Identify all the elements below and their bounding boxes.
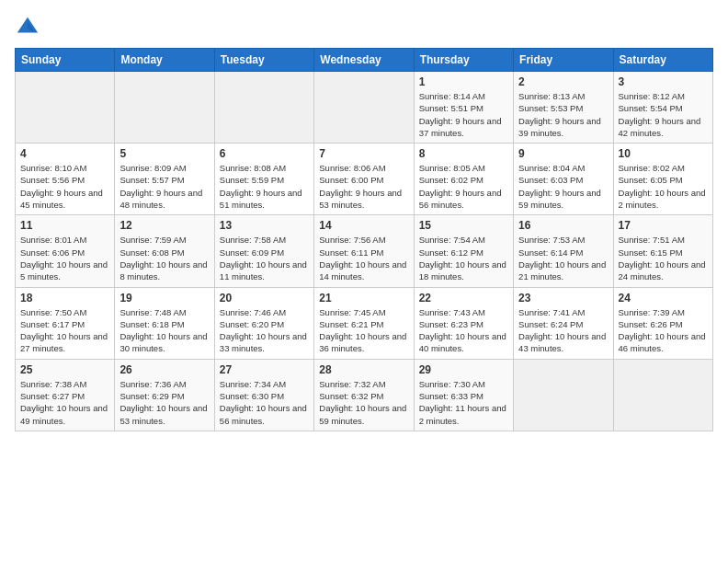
day-number: 3 xyxy=(619,75,708,88)
calendar-cell: 4Sunrise: 8:10 AMSunset: 5:56 PMDaylight… xyxy=(16,144,115,215)
day-number: 17 xyxy=(619,219,708,232)
calendar-cell xyxy=(514,359,613,431)
day-number: 27 xyxy=(220,363,309,376)
day-info: Sunrise: 7:39 AMSunset: 6:26 PMDaylight:… xyxy=(619,306,708,355)
calendar-cell: 18Sunrise: 7:50 AMSunset: 6:17 PMDayligh… xyxy=(16,287,115,359)
calendar-cell: 12Sunrise: 7:59 AMSunset: 6:08 PMDayligh… xyxy=(115,215,214,287)
day-header-tuesday: Tuesday xyxy=(214,49,313,72)
day-info: Sunrise: 8:01 AMSunset: 6:06 PMDaylight:… xyxy=(20,234,109,282)
day-info: Sunrise: 7:34 AMSunset: 6:30 PMDaylight:… xyxy=(220,378,309,427)
day-number: 10 xyxy=(619,147,708,160)
calendar-cell: 7Sunrise: 8:06 AMSunset: 6:00 PMDaylight… xyxy=(314,144,414,215)
day-number: 28 xyxy=(319,363,408,376)
calendar-cell: 22Sunrise: 7:43 AMSunset: 6:23 PMDayligh… xyxy=(414,287,513,359)
calendar-cell xyxy=(214,72,313,144)
day-header-saturday: Saturday xyxy=(613,49,712,72)
day-number: 5 xyxy=(119,147,209,160)
day-info: Sunrise: 8:05 AMSunset: 6:02 PMDaylight:… xyxy=(419,162,508,211)
day-info: Sunrise: 8:13 AMSunset: 5:53 PMDaylight:… xyxy=(518,90,608,139)
day-info: Sunrise: 7:48 AMSunset: 6:18 PMDaylight:… xyxy=(119,306,209,355)
calendar-week-5: 25Sunrise: 7:38 AMSunset: 6:27 PMDayligh… xyxy=(16,359,713,431)
day-number: 16 xyxy=(518,219,608,232)
calendar-cell: 11Sunrise: 8:01 AMSunset: 6:06 PMDayligh… xyxy=(16,215,115,287)
day-info: Sunrise: 7:56 AMSunset: 6:11 PMDaylight:… xyxy=(319,234,408,282)
calendar-cell: 20Sunrise: 7:46 AMSunset: 6:20 PMDayligh… xyxy=(214,287,313,359)
day-number: 25 xyxy=(20,363,109,376)
calendar-cell: 28Sunrise: 7:32 AMSunset: 6:32 PMDayligh… xyxy=(314,359,414,431)
logo xyxy=(15,15,44,40)
day-info: Sunrise: 8:12 AMSunset: 5:54 PMDaylight:… xyxy=(619,90,708,139)
calendar-cell: 26Sunrise: 7:36 AMSunset: 6:29 PMDayligh… xyxy=(115,359,214,431)
day-number: 21 xyxy=(319,292,408,304)
calendar-cell xyxy=(613,359,712,431)
day-info: Sunrise: 8:09 AMSunset: 5:57 PMDaylight:… xyxy=(119,162,209,211)
calendar-cell: 25Sunrise: 7:38 AMSunset: 6:27 PMDayligh… xyxy=(16,359,115,431)
calendar-table: SundayMondayTuesdayWednesdayThursdayFrid… xyxy=(15,48,713,431)
calendar-cell xyxy=(314,72,414,144)
calendar-cell: 9Sunrise: 8:04 AMSunset: 6:03 PMDaylight… xyxy=(514,144,613,215)
calendar-cell: 21Sunrise: 7:45 AMSunset: 6:21 PMDayligh… xyxy=(314,287,414,359)
day-number: 12 xyxy=(119,219,209,232)
day-info: Sunrise: 7:54 AMSunset: 6:12 PMDaylight:… xyxy=(419,234,508,282)
day-info: Sunrise: 7:45 AMSunset: 6:21 PMDaylight:… xyxy=(319,306,408,355)
day-info: Sunrise: 8:02 AMSunset: 6:05 PMDaylight:… xyxy=(619,162,708,211)
calendar-cell: 13Sunrise: 7:58 AMSunset: 6:09 PMDayligh… xyxy=(214,215,313,287)
day-number: 23 xyxy=(518,292,608,304)
calendar-cell xyxy=(16,72,115,144)
calendar-week-3: 11Sunrise: 8:01 AMSunset: 6:06 PMDayligh… xyxy=(16,215,713,287)
day-number: 7 xyxy=(319,147,408,160)
day-header-friday: Friday xyxy=(514,49,613,72)
day-number: 22 xyxy=(419,292,508,304)
day-header-thursday: Thursday xyxy=(414,49,513,72)
day-number: 11 xyxy=(20,219,109,232)
day-number: 4 xyxy=(20,147,109,160)
day-info: Sunrise: 7:50 AMSunset: 6:17 PMDaylight:… xyxy=(20,306,109,355)
calendar-cell: 8Sunrise: 8:05 AMSunset: 6:02 PMDaylight… xyxy=(414,144,513,215)
calendar-cell: 19Sunrise: 7:48 AMSunset: 6:18 PMDayligh… xyxy=(115,287,214,359)
day-info: Sunrise: 8:14 AMSunset: 5:51 PMDaylight:… xyxy=(419,90,508,139)
calendar-cell: 2Sunrise: 8:13 AMSunset: 5:53 PMDaylight… xyxy=(514,72,613,144)
day-number: 18 xyxy=(20,292,109,304)
day-info: Sunrise: 8:08 AMSunset: 5:59 PMDaylight:… xyxy=(220,162,309,211)
calendar-cell: 3Sunrise: 8:12 AMSunset: 5:54 PMDaylight… xyxy=(613,72,712,144)
calendar-week-2: 4Sunrise: 8:10 AMSunset: 5:56 PMDaylight… xyxy=(16,144,713,215)
day-number: 15 xyxy=(419,219,508,232)
day-info: Sunrise: 7:36 AMSunset: 6:29 PMDaylight:… xyxy=(119,378,209,427)
calendar-cell: 6Sunrise: 8:08 AMSunset: 5:59 PMDaylight… xyxy=(214,144,313,215)
calendar-cell: 15Sunrise: 7:54 AMSunset: 6:12 PMDayligh… xyxy=(414,215,513,287)
calendar-cell: 23Sunrise: 7:41 AMSunset: 6:24 PMDayligh… xyxy=(514,287,613,359)
day-info: Sunrise: 8:10 AMSunset: 5:56 PMDaylight:… xyxy=(20,162,109,211)
day-info: Sunrise: 7:43 AMSunset: 6:23 PMDaylight:… xyxy=(419,306,508,355)
day-info: Sunrise: 7:38 AMSunset: 6:27 PMDaylight:… xyxy=(20,378,109,427)
calendar-cell: 29Sunrise: 7:30 AMSunset: 6:33 PMDayligh… xyxy=(414,359,513,431)
calendar-cell: 1Sunrise: 8:14 AMSunset: 5:51 PMDaylight… xyxy=(414,72,513,144)
day-info: Sunrise: 7:51 AMSunset: 6:15 PMDaylight:… xyxy=(619,234,708,282)
day-number: 1 xyxy=(419,75,508,88)
day-header-wednesday: Wednesday xyxy=(314,49,414,72)
day-number: 26 xyxy=(119,363,209,376)
day-info: Sunrise: 7:41 AMSunset: 6:24 PMDaylight:… xyxy=(518,306,608,355)
day-header-sunday: Sunday xyxy=(16,49,115,72)
day-number: 24 xyxy=(619,292,708,304)
day-info: Sunrise: 7:58 AMSunset: 6:09 PMDaylight:… xyxy=(220,234,309,282)
day-number: 2 xyxy=(518,75,608,88)
page-header xyxy=(15,15,713,40)
calendar-cell: 17Sunrise: 7:51 AMSunset: 6:15 PMDayligh… xyxy=(613,215,712,287)
calendar-cell: 5Sunrise: 8:09 AMSunset: 5:57 PMDaylight… xyxy=(115,144,214,215)
calendar-cell: 24Sunrise: 7:39 AMSunset: 6:26 PMDayligh… xyxy=(613,287,712,359)
calendar-cell xyxy=(115,72,214,144)
day-number: 29 xyxy=(419,363,508,376)
day-number: 14 xyxy=(319,219,408,232)
calendar-header-row: SundayMondayTuesdayWednesdayThursdayFrid… xyxy=(16,49,713,72)
day-info: Sunrise: 7:46 AMSunset: 6:20 PMDaylight:… xyxy=(220,306,309,355)
day-number: 19 xyxy=(119,292,209,304)
calendar-cell: 10Sunrise: 8:02 AMSunset: 6:05 PMDayligh… xyxy=(613,144,712,215)
day-number: 6 xyxy=(220,147,309,160)
logo-icon xyxy=(15,15,40,40)
day-info: Sunrise: 8:04 AMSunset: 6:03 PMDaylight:… xyxy=(518,162,608,211)
day-info: Sunrise: 7:59 AMSunset: 6:08 PMDaylight:… xyxy=(119,234,209,282)
day-number: 8 xyxy=(419,147,508,160)
calendar-week-4: 18Sunrise: 7:50 AMSunset: 6:17 PMDayligh… xyxy=(16,287,713,359)
day-info: Sunrise: 7:53 AMSunset: 6:14 PMDaylight:… xyxy=(518,234,608,282)
day-info: Sunrise: 7:30 AMSunset: 6:33 PMDaylight:… xyxy=(419,378,508,427)
